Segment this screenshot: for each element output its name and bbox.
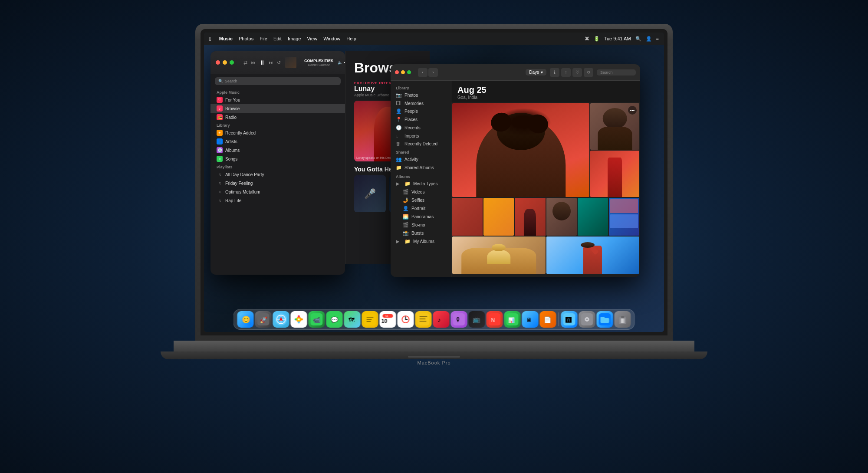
ps-item-people[interactable]: 👤 People	[391, 107, 451, 115]
menu-file[interactable]: Photos	[239, 36, 253, 41]
dock-icon-music[interactable]: ♪	[433, 311, 450, 328]
ps-item-bursts[interactable]: 📸 Bursts	[391, 229, 451, 237]
menu-window[interactable]: Window	[323, 36, 340, 41]
heart-icon[interactable]: ♡	[572, 68, 582, 77]
menu-help[interactable]: Help	[346, 36, 356, 41]
photos-nav-next[interactable]: ›	[428, 68, 438, 77]
dock-icon-podcasts[interactable]: 🎙	[451, 311, 467, 328]
info-icon[interactable]: ℹ	[550, 68, 559, 77]
photo-mid-1[interactable]	[452, 198, 483, 235]
dock-icon-folder[interactable]	[597, 311, 613, 328]
dock-icon-notes[interactable]	[415, 311, 432, 328]
maximize-button[interactable]	[230, 60, 234, 65]
prev-icon[interactable]: ⏮	[251, 60, 256, 65]
photo-mid-5[interactable]	[578, 198, 608, 235]
shuffle-icon[interactable]: ⇄	[243, 60, 247, 66]
media-types-expand-icon: ▶	[396, 181, 402, 187]
menu-image[interactable]: Image	[288, 36, 301, 41]
sidebar-item-radio[interactable]: 📻 Radio	[210, 113, 345, 122]
dock-icon-pages[interactable]: 📄	[540, 311, 556, 328]
sidebar-item-browse[interactable]: ♪ Browse	[210, 104, 345, 113]
sidebar-item-albums[interactable]: 💿 Albums	[210, 146, 345, 154]
dock-icon-launchpad[interactable]: 🚀	[255, 311, 272, 328]
songs-icon: ♫	[217, 156, 223, 162]
albums-section-header: Albums	[391, 172, 451, 180]
ps-item-recently-deleted[interactable]: 🗑 Recently Deleted	[391, 140, 451, 148]
view-mode-selector[interactable]: Days ▾	[526, 69, 546, 76]
photo-mid-6[interactable]	[609, 198, 639, 235]
sidebar-item-playlist-1[interactable]: ♫ All Day Dance Party	[210, 170, 345, 179]
ps-item-activity[interactable]: 👥 Activity	[391, 155, 451, 164]
sidebar-item-playlist-4[interactable]: ♫ Rap Life	[210, 196, 345, 205]
sidebar-item-songs[interactable]: ♫ Songs	[210, 154, 345, 163]
photo-mid-2[interactable]	[483, 198, 514, 235]
photo-mid-4[interactable]	[546, 198, 577, 235]
sidebar-item-recently-added[interactable]: + Recently Added	[210, 128, 345, 137]
recents-label: Recents	[404, 125, 421, 130]
photos-close-button[interactable]	[395, 70, 399, 74]
dock-icon-facetime[interactable]: 📹	[309, 311, 325, 328]
ps-item-videos[interactable]: 🎬 Videos	[391, 188, 451, 196]
search-bar[interactable]: 🔍 Search	[215, 77, 341, 85]
minimize-button[interactable]	[223, 60, 227, 65]
dock-icon-preferences[interactable]	[579, 311, 595, 328]
photo-architecture[interactable]	[452, 236, 546, 274]
track-info: COMPLEXITIES Daniel Caesar	[304, 59, 333, 67]
more-options-button[interactable]: •••	[628, 106, 637, 115]
search-icon[interactable]: 🔍	[635, 36, 641, 42]
sidebar-item-artists[interactable]: 👤 Artists	[210, 137, 345, 146]
dock-icon-appstore[interactable]: 🅰	[561, 311, 578, 328]
dock-icon-numbers[interactable]: 📊	[504, 311, 521, 328]
dock-icon-photos[interactable]	[291, 311, 307, 328]
share-icon[interactable]: ↑	[561, 68, 571, 77]
dock-icon-finder[interactable]: 😊	[237, 311, 254, 328]
ps-item-places[interactable]: 📍 Places	[391, 115, 451, 124]
repeat-icon[interactable]: ↺	[277, 60, 281, 66]
ps-item-selfies[interactable]: 🤳 Selfies	[391, 196, 451, 204]
ps-item-my-albums[interactable]: ▶ 📁 My Albums	[391, 237, 451, 246]
dock-icon-keynote[interactable]: 🖥	[522, 311, 539, 328]
menubar-items: Photos File Edit Image View Window Help	[239, 36, 356, 41]
photo-main-large[interactable]	[452, 103, 589, 197]
dock-icon-maps[interactable]: 🗺	[344, 311, 361, 328]
photos-minimize-button[interactable]	[401, 70, 405, 74]
photo-portrait-man[interactable]: •••	[590, 103, 639, 150]
ps-item-panoramas[interactable]: 🌅 Panoramas	[391, 213, 451, 221]
menu-view[interactable]: View	[307, 36, 317, 41]
ps-item-recents[interactable]: 🕐 Recents	[391, 124, 451, 132]
sidebar-item-playlist-2[interactable]: ♫ Friday Feeling	[210, 179, 345, 187]
ps-item-portrait[interactable]: 👤 Portrait	[391, 204, 451, 213]
ps-item-media-types[interactable]: ▶ 📁 Media Types	[391, 180, 451, 188]
sidebar-item-playlist-3[interactable]: ♫ Optimus Metallum	[210, 187, 345, 196]
photo-mid-3[interactable]	[515, 198, 545, 235]
close-button[interactable]	[216, 60, 220, 65]
ps-item-slo-mo[interactable]: 🎬 Slo-mo	[391, 221, 451, 229]
photos-nav-prev[interactable]: ‹	[418, 68, 427, 77]
photos-search-bar[interactable]: Search	[597, 69, 636, 76]
ps-item-shared-albums[interactable]: 📁 Shared Albums	[391, 164, 451, 172]
rotate-icon[interactable]: ↻	[584, 68, 593, 77]
sidebar-item-for-you[interactable]: ♡ For You	[210, 95, 345, 104]
play-pause-button[interactable]: ⏸	[259, 59, 265, 66]
dock-icon-news[interactable]: N	[487, 311, 503, 328]
dock-icon-messages[interactable]: 💬	[326, 311, 343, 328]
menu-edit[interactable]: Edit	[273, 36, 282, 41]
user-icon[interactable]: 👤	[646, 36, 652, 42]
control-center-icon[interactable]: ≡	[656, 36, 659, 41]
ps-item-imports[interactable]: ↓ Imports	[391, 132, 451, 140]
next-icon[interactable]: ⏭	[269, 60, 273, 65]
photos-maximize-button[interactable]	[407, 70, 411, 74]
dock-icon-stickies[interactable]	[362, 311, 378, 328]
rec-card-1[interactable]: 🎤	[354, 175, 386, 212]
dock-icon-trash[interactable]	[615, 311, 631, 328]
dock-icon-reminders[interactable]	[398, 311, 414, 328]
ps-item-memories[interactable]: 🎞 Memories	[391, 99, 451, 107]
dock-icon-tv[interactable]: 📺	[469, 311, 485, 328]
svg-text:🗺: 🗺	[349, 316, 355, 323]
ps-item-photos[interactable]: 📷 Photos	[391, 91, 451, 99]
photo-red-saree[interactable]	[590, 151, 639, 197]
dock-icon-calendar[interactable]: 10 10	[380, 311, 396, 328]
dock-icon-safari[interactable]	[273, 311, 289, 328]
menu-file[interactable]: File	[260, 36, 267, 41]
photo-sky-person[interactable]	[546, 236, 640, 274]
